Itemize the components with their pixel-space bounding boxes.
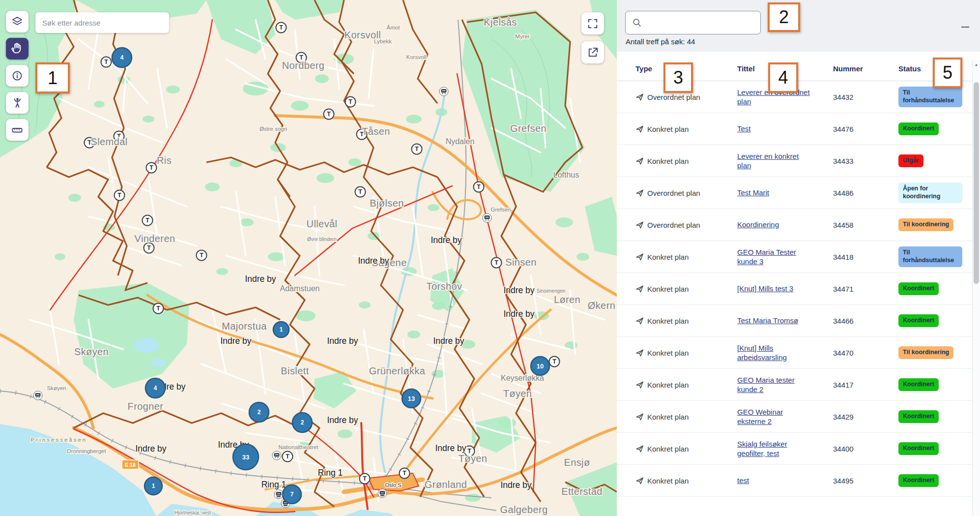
map-label: Grefsen [491,207,511,212]
annotation-callout-2: 2 [768,2,800,32]
cluster-marker[interactable]: 10 [531,357,549,375]
plan-title-link[interactable]: Test Marit [737,188,769,197]
cluster-marker[interactable]: 1 [144,477,162,495]
table-scrollbar[interactable]: ▲ [972,60,980,516]
metro-station-icon: T [549,357,560,367]
map-label: Tøyen [459,453,488,464]
map-label: Åmot [387,25,401,30]
plan-title-link[interactable]: Test [737,124,751,133]
svg-text:T: T [494,259,498,266]
map-label: Bjølsen [370,198,404,209]
svg-text:4: 4 [120,54,124,61]
plan-number: 34466 [833,317,898,325]
metro-station-icon: T [101,57,112,67]
metro-station-icon: T [153,304,164,314]
svg-text:T: T [415,146,419,152]
plan-title-link[interactable]: [Knut] Mills arbeidsvarsling [737,343,812,362]
pedestrian-button[interactable] [6,92,29,114]
map-label: Prinsesseåsen [31,437,87,443]
svg-text:T: T [104,59,108,65]
scroll-up-arrow[interactable]: ▲ [973,60,980,67]
svg-text:13: 13 [408,395,415,402]
plan-number: 34433 [833,157,898,165]
layers-button[interactable] [6,11,29,32]
cluster-marker[interactable]: 2 [249,402,269,422]
plan-title-link[interactable]: Koordinering [737,220,779,229]
cluster-marker[interactable]: 4 [112,48,132,67]
plan-type-icon [635,317,644,325]
scrollbar-thumb[interactable] [974,82,979,284]
map-toolbar [6,11,29,141]
table-row: Konkret planTest Maria Tromsø34466Koordi… [617,305,980,337]
plan-number: 34432 [833,93,898,101]
plan-title-link[interactable]: test [737,476,749,485]
svg-text:10: 10 [537,363,544,370]
ferry-icon [378,489,387,498]
svg-text:T: T [348,98,352,105]
svg-text:T: T [286,453,289,460]
cluster-marker[interactable]: 2 [292,413,312,432]
train-station-icon [272,451,281,460]
plan-title-link[interactable]: Skjalg feilsøker geofilter, test [737,439,812,458]
plan-number: 34429 [833,413,898,421]
plan-number: 34471 [833,285,898,293]
table-row: Konkret planTest34476Koordinert [617,113,980,145]
address-search-input[interactable] [35,12,169,33]
ruler-icon [11,123,24,136]
status-badge: Koordinert [898,282,939,295]
map-label: Dronningberget [67,448,106,454]
map-label: Indre by [431,235,461,245]
plan-title-cell: [Knut] Mills arbeidsvarsling [737,343,833,362]
plan-title-link[interactable]: Test Maria Tromsø [737,316,798,325]
map-label: Grünerløkka [369,365,426,376]
minimize-panel-button[interactable] [958,21,972,33]
svg-text:T: T [145,217,149,224]
status-badge: Koordinert [898,314,939,327]
plan-type-label: Konkret plan [647,285,689,293]
map-label: Lybekk [374,38,392,44]
fullscreen-button[interactable] [581,12,604,34]
map-label: Lofthus [553,171,579,179]
svg-text:33: 33 [242,454,249,461]
map-label: Kjelsås [484,17,517,28]
status-badge: Koordinert [898,122,939,135]
plan-status-cell: Koordinert [898,474,967,487]
info-button[interactable] [6,65,29,87]
metro-station-icon: T [197,250,207,261]
svg-text:T: T [279,24,283,31]
plan-type-label: Konkret plan [647,317,689,325]
map-label: Vinderen [135,233,175,244]
plan-title-link[interactable]: Leverer en konkret plan [737,152,812,170]
map-label: Tåsen [362,126,390,137]
cluster-marker[interactable]: 4 [145,378,165,398]
plan-title-cell: GEO Maria Tester kunde 3 [737,247,833,266]
cluster-marker[interactable]: 33 [233,444,259,470]
road-shield: E 18 [122,460,139,469]
plan-number: 34418 [833,253,898,261]
plan-title-link[interactable]: GEO Maria Tester kunde 3 [737,247,812,266]
map-label: Ullevål [307,218,338,229]
plan-title-link[interactable]: GEO Webinar eksterne 2 [737,407,812,426]
pan-tool-button[interactable] [6,38,29,60]
plan-type-label: Konkret plan [647,349,689,357]
cluster-marker[interactable]: 13 [402,389,421,408]
map-label: Nydalen [446,137,475,146]
map-label: Ris [157,155,172,166]
table-row: Konkret plan[Knut] Mills test 334471Koor… [617,273,980,305]
map-label: Nationaltheatret [278,444,318,450]
plan-type-icon [635,125,644,133]
open-external-button[interactable] [581,41,604,63]
table-row: Konkret plantest34495Koordinert [617,465,980,497]
cluster-marker[interactable]: 7 [283,485,301,504]
results-search-input[interactable] [646,11,760,34]
map-canvas[interactable]: E 18 TTTTTTTTTTTTTTTTTTTTTTTT KjelsåsMyr… [0,0,617,516]
map-label: Indre by [500,480,531,490]
annotation-callout-4: 4 [768,62,798,93]
measure-button[interactable] [6,119,29,141]
cluster-marker[interactable]: 1 [273,322,289,337]
plan-type-icon [635,445,644,453]
svg-text:T: T [363,475,367,482]
plan-title-link[interactable]: GEO Maria tester kunde 2 [737,375,812,394]
map-label: Indre by [245,274,276,284]
plan-title-link[interactable]: [Knut] Mills test 3 [737,284,793,293]
